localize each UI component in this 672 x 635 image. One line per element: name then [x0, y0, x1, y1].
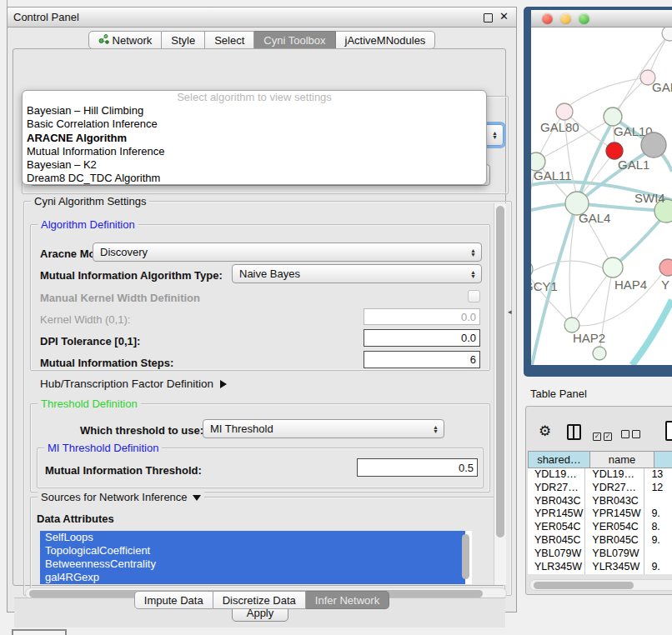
minimized-window-icon[interactable]	[12, 629, 67, 635]
mi-steps-field[interactable]	[364, 351, 480, 368]
table-row[interactable]: YER054CYER054C8.	[528, 521, 672, 534]
table-cell: YBR045C	[528, 534, 585, 548]
mi-threshold-field[interactable]	[357, 458, 478, 477]
bottom-tab-infer-network[interactable]: Infer Network	[306, 591, 389, 609]
table-hscrollbar[interactable]	[529, 579, 672, 591]
which-threshold-combo[interactable]: MI Threshold ▲▼	[203, 419, 444, 438]
aracne-mode-combo[interactable]: Discovery ▲▼	[93, 242, 482, 262]
algorithm-option-aracne-algorithm[interactable]: ARACNE Algorithm	[23, 132, 486, 145]
tab-label: Style	[171, 32, 195, 49]
close-icon[interactable]: ✕	[499, 10, 509, 22]
stepper-arrows-icon: ▲▼	[470, 248, 476, 257]
bottom-tab-impute-data[interactable]: Impute Data	[134, 591, 213, 609]
algorithm-option-mutual-information-inference[interactable]: Mutual Information Inference	[23, 145, 486, 158]
network-view-window: GALGAL80GAL10GAL1GAL11SWI4GAL4GCY1HAP4YH…	[524, 7, 672, 377]
collapse-down-icon[interactable]	[193, 495, 201, 501]
zoom-traffic-icon[interactable]	[579, 13, 589, 24]
tab-cyni-toolbox[interactable]: Cyni Toolbox	[254, 31, 335, 49]
network-canvas[interactable]: GALGAL80GAL10GAL1GAL11SWI4GAL4GCY1HAP4YH…	[531, 28, 672, 365]
sources-title[interactable]: Sources for Network Inference	[38, 491, 204, 503]
new-table-icon[interactable]	[665, 421, 672, 441]
kernel-width-field[interactable]	[364, 308, 480, 325]
table-row[interactable]: YDR27…YDR27…12	[528, 482, 672, 495]
table-panel: ⚙ ✓✓ shared…name YDL19…YDL19…13YDR27…YDR…	[525, 406, 672, 595]
table-cell: 12	[644, 482, 672, 495]
control-panel-window: Control Panel ✕ NetworkStyleSelectCyni T…	[7, 7, 517, 612]
control-panel-titlebar[interactable]: Control Panel ✕	[8, 8, 516, 28]
bottom-tab-discretize-data[interactable]: Discretize Data	[213, 591, 306, 609]
mi-steps-label: Mutual Information Steps:	[40, 357, 173, 369]
mi-type-label: Mutual Information Algorithm Type:	[40, 269, 223, 282]
columns-icon[interactable]	[567, 424, 581, 440]
table-row[interactable]: YDL19…YDL19…13	[528, 468, 672, 482]
sources-title-text: Sources for Network Inference	[41, 491, 188, 503]
network-node[interactable]	[593, 347, 606, 360]
table-body: YDL19…YDL19…13YDR27…YDR27…12YBR043CYBR04…	[528, 468, 672, 574]
settings-scrollbar[interactable]	[494, 203, 506, 585]
table-cell: 13	[644, 468, 672, 482]
settings-scrollbar-thumb[interactable]	[496, 206, 504, 538]
network-node-gal80[interactable]	[556, 103, 573, 120]
attribute-item-topologicalcoefficient[interactable]: TopologicalCoefficient	[40, 544, 465, 558]
gear-icon[interactable]: ⚙	[539, 422, 551, 440]
network-node[interactable]	[641, 132, 666, 158]
mi-type-combo[interactable]: Naive Bayes ▲▼	[232, 264, 482, 283]
node-label: GAL	[652, 80, 672, 94]
network-graph[interactable]: GALGAL80GAL10GAL1GAL11SWI4GAL4GCY1HAP4YH…	[531, 28, 672, 365]
manual-kernel-checkbox[interactable]	[468, 290, 480, 302]
column-header-shared-[interactable]: shared…	[528, 451, 590, 468]
table-row[interactable]: YIL053CYIL053C9	[528, 573, 672, 574]
network-window-titlebar[interactable]	[531, 10, 672, 28]
table-row[interactable]: YBR043CYBR043C	[528, 495, 672, 508]
network-node-gcy1[interactable]	[531, 261, 533, 278]
table-panel-title: Table Panel	[530, 388, 587, 400]
attribute-item-selfloops[interactable]: SelfLoops	[40, 531, 465, 544]
tab-select[interactable]: Select	[205, 31, 254, 49]
table-row[interactable]: YBR045CYBR045C9.	[528, 534, 672, 548]
list-scrollbar-thumb[interactable]	[462, 534, 469, 579]
algorithm-option-basic-correlation-inference[interactable]: Basic Correlation Inference	[23, 118, 486, 131]
table-hscrollbar-thumb[interactable]	[534, 582, 634, 589]
tab-jactivemnodules[interactable]: jActiveMNodules	[336, 31, 436, 49]
table-cell: YPR145W	[585, 508, 644, 521]
table-row[interactable]: YLR345WYLR345W9.	[528, 561, 672, 574]
table-cell: YER054C	[528, 521, 585, 534]
attribute-item-gal4rgexp[interactable]: gal4RGexp	[40, 571, 465, 584]
dpi-tolerance-field[interactable]	[364, 329, 480, 347]
attribute-item-betweennesscentrality[interactable]: BetweennessCentrality	[40, 558, 465, 571]
select-all-checks-icon[interactable]: ✓✓	[593, 427, 614, 442]
column-header-name[interactable]: name	[590, 451, 654, 468]
data-attributes-list[interactable]: SelfLoopsTopologicalCoefficientBetweenne…	[40, 531, 472, 584]
tab-label: Network	[113, 32, 153, 49]
network-edge[interactable]	[632, 300, 672, 365]
float-window-icon[interactable]	[484, 13, 493, 22]
table-cell: 9	[644, 573, 672, 574]
tab-label: Cyni Toolbox	[263, 32, 325, 49]
network-edge[interactable]	[531, 261, 604, 272]
network-node[interactable]	[662, 28, 672, 41]
column-header-clipped[interactable]	[654, 451, 672, 468]
hub-definition-label[interactable]: Hub/Transcription Factor Definition	[40, 378, 227, 390]
network-edge[interactable]	[531, 204, 568, 210]
tab-style[interactable]: Style	[162, 31, 205, 49]
close-traffic-icon[interactable]	[542, 13, 553, 24]
table-cell: YBL079W	[585, 548, 644, 561]
network-node-y[interactable]	[659, 259, 672, 276]
expand-right-icon[interactable]	[220, 380, 227, 388]
algorithm-option-bayesian-hill-climbing[interactable]: Bayesian – Hill Climbing	[23, 104, 486, 118]
algorithm-option-bayesian-k2[interactable]: Bayesian – K2	[23, 158, 486, 172]
table-row[interactable]: YPR145WYPR145W9.	[528, 508, 672, 521]
tab-network[interactable]: Network	[88, 31, 163, 49]
network-node-gal10[interactable]	[604, 108, 622, 126]
table-cell: YLR345W	[585, 561, 644, 574]
network-node-gal1[interactable]	[606, 142, 623, 159]
algorithm-option-dream8-dc-tdc-algorithm[interactable]: Dream8 DC_TDC Algorithm	[23, 172, 486, 185]
network-edge[interactable]	[568, 78, 648, 107]
table-cell: YDL19…	[528, 468, 585, 482]
deselect-all-icon[interactable]	[621, 427, 643, 442]
table-row[interactable]: YBL079WYBL079W	[528, 548, 672, 561]
minimize-traffic-icon[interactable]	[560, 13, 571, 24]
network-node-hap4[interactable]	[603, 258, 623, 278]
table-cell	[644, 495, 672, 508]
which-threshold-value: MI Threshold	[210, 422, 273, 435]
